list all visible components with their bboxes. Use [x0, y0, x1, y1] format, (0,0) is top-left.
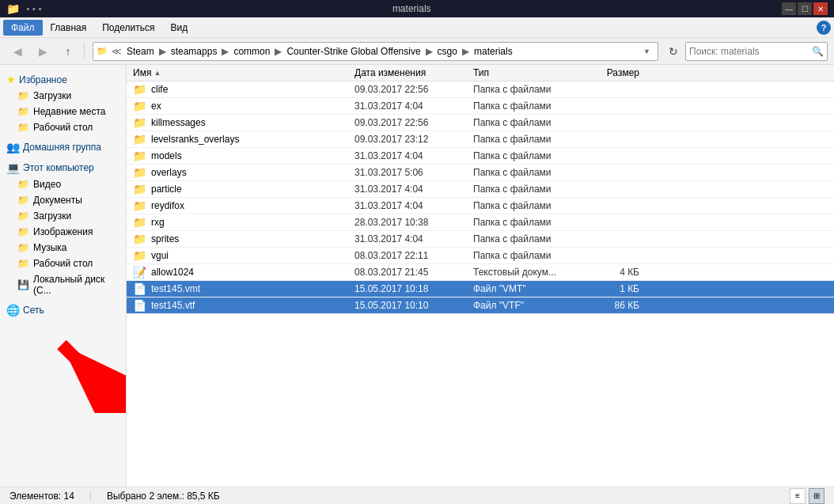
table-row[interactable]: 📁 vgui 08.03.2017 22:11 Папка с файлами [127, 248, 834, 264]
menu-home[interactable]: Главная [43, 20, 95, 36]
column-name-label: Имя [133, 67, 151, 78]
table-row[interactable]: 📁 sprites 31.03.2017 4:04 Папка с файлам… [127, 231, 834, 248]
path-common[interactable]: common [231, 45, 272, 58]
sidebar-item-recent[interactable]: 📁 Недавние места [0, 104, 126, 119]
sidebar-item-localdisk[interactable]: 💾 Локальный диск (С... [0, 271, 126, 298]
file-name-cell: 📁 killmessages [133, 116, 354, 129]
file-name-cell: 📁 clife [133, 83, 354, 96]
file-date: 15.05.2017 10:18 [354, 283, 473, 294]
table-row[interactable]: 📁 levelsranks_overlays 09.03.2017 23:12 … [127, 131, 834, 148]
sidebar-music-label: Музыка [33, 242, 66, 253]
folder-icon-title: 📁 [6, 2, 20, 15]
help-button[interactable]: ? [817, 21, 831, 35]
view-list-button[interactable]: ⊞ [809, 488, 825, 504]
sidebar-item-dl[interactable]: 📁 Загрузки [0, 208, 126, 224]
folder-icon-music: 📁 [17, 242, 29, 253]
table-row[interactable]: 📁 particle 31.03.2017 4:04 Папка с файла… [127, 181, 834, 198]
path-steamapps[interactable]: steamapps [169, 45, 220, 58]
folder-icon: 📁 [133, 150, 146, 162]
table-row[interactable]: 📁 killmessages 09.03.2017 22:56 Папка с … [127, 115, 834, 131]
menu-bar: Файл Главная Поделиться Вид ? [0, 17, 834, 38]
up-button[interactable]: ↑ [57, 40, 79, 63]
sidebar-item-desktop-fav[interactable]: 📁 Рабочий стол [0, 119, 126, 135]
favorites-star-icon: ★ [6, 74, 16, 85]
forward-button[interactable]: ▶ [32, 40, 54, 63]
view-details-button[interactable]: ≡ [790, 488, 806, 504]
path-materials[interactable]: materials [472, 45, 515, 58]
pc-icon: 💻 [6, 161, 20, 174]
search-input[interactable] [689, 46, 812, 57]
menu-file[interactable]: Файл [3, 20, 43, 36]
file-name: rxg [151, 217, 165, 228]
file-type: Папка с файлами [473, 100, 576, 112]
file-name: reydifox [151, 200, 184, 211]
close-button[interactable]: ✕ [813, 2, 828, 15]
minimize-button[interactable]: — [782, 2, 796, 15]
sidebar-video-label: Видео [33, 179, 61, 190]
table-row[interactable]: 📄 test145.vtf 15.05.2017 10:10 Файл "VTF… [127, 297, 834, 314]
sidebar-network-group: 🌐 Сеть [0, 301, 126, 319]
maximize-button[interactable]: ☐ [798, 2, 812, 15]
table-row[interactable]: 📁 rxg 28.03.2017 10:38 Папка с файлами [127, 214, 834, 231]
back-button[interactable]: ◀ [6, 40, 28, 63]
file-rows-container: 📁 clife 09.03.2017 22:56 Папка с файлами… [127, 81, 834, 314]
search-icon[interactable]: 🔍 [812, 46, 824, 57]
file-name-cell: 📄 test145.vtf [133, 299, 354, 312]
folder-icon: 📁 [133, 100, 146, 112]
sidebar-recent-label: Недавние места [33, 106, 105, 117]
status-separator [90, 491, 91, 502]
file-date: 31.03.2017 4:04 [354, 100, 473, 112]
column-type[interactable]: Тип [473, 67, 576, 78]
file-name-cell: 📁 rxg [133, 216, 354, 229]
sidebar-item-video[interactable]: 📁 Видео [0, 176, 126, 192]
file-date: 15.05.2017 10:10 [354, 300, 473, 311]
sidebar-favorites-header[interactable]: ★ Избранное [0, 71, 126, 88]
path-csgo[interactable]: csgo [435, 45, 460, 58]
sidebar-item-images[interactable]: 📁 Изображения [0, 224, 126, 240]
address-dropdown-button[interactable]: ▼ [643, 47, 654, 55]
arrow-area [0, 322, 126, 417]
file-name: overlays [151, 167, 187, 178]
file-size: 4 КБ [576, 267, 639, 278]
file-name-cell: 📁 particle [133, 183, 354, 195]
folder-icon: 📁 [133, 133, 146, 146]
table-row[interactable]: 📁 ex 31.03.2017 4:04 Папка с файлами [127, 98, 834, 115]
path-game[interactable]: Counter-Strike Global Offensive [284, 45, 423, 58]
column-name[interactable]: Имя ▲ [133, 67, 354, 78]
sidebar-pc-header[interactable]: 💻 Этот компьютер [0, 159, 126, 176]
menu-view[interactable]: Вид [162, 20, 195, 36]
folder-icon: 📁 [133, 199, 146, 212]
table-row[interactable]: 📁 clife 09.03.2017 22:56 Папка с файлами [127, 81, 834, 98]
menu-share[interactable]: Поделиться [94, 20, 162, 36]
sidebar-docs-label: Документы [33, 195, 82, 206]
file-icon: 📄 [133, 299, 146, 312]
table-row[interactable]: 📁 models 31.03.2017 4:04 Папка с файлами [127, 148, 834, 165]
refresh-button[interactable]: ↻ [665, 43, 682, 60]
sidebar-pc-label: Этот компьютер [23, 162, 94, 173]
address-bar[interactable]: 📁 ≪ Steam ▶ steamapps ▶ common ▶ Counter… [93, 42, 658, 61]
sidebar-homegroup-header[interactable]: 👥 Домашняя группа [0, 138, 126, 156]
path-steam[interactable]: Steam [124, 45, 157, 58]
sidebar-item-desktop[interactable]: 📁 Рабочий стол [0, 256, 126, 271]
sidebar-item-downloads[interactable]: 📁 Загрузки [0, 88, 126, 104]
folder-icon: 📁 [133, 233, 146, 245]
sidebar-item-music[interactable]: 📁 Музыка [0, 240, 126, 256]
window-controls: — ☐ ✕ [782, 2, 828, 15]
table-row[interactable]: 📄 test145.vmt 15.05.2017 10:18 Файл "VMT… [127, 281, 834, 297]
sort-indicator: ▲ [154, 69, 161, 77]
folder-icon: 📁 [133, 216, 146, 229]
column-size[interactable]: Размер [576, 67, 639, 78]
sidebar-network-header[interactable]: 🌐 Сеть [0, 301, 126, 319]
table-row[interactable]: 📁 overlays 31.03.2017 5:06 Папка с файла… [127, 165, 834, 181]
table-row[interactable]: 📝 allow1024 08.03.2017 21:45 Текстовый д… [127, 264, 834, 281]
sidebar-item-docs[interactable]: 📁 Документы [0, 192, 126, 208]
file-list-header: Имя ▲ Дата изменения Тип Размер [127, 65, 834, 81]
folder-icon-recent: 📁 [17, 106, 29, 117]
table-row[interactable]: 📁 reydifox 31.03.2017 4:04 Папка с файла… [127, 198, 834, 214]
search-bar[interactable]: 🔍 [685, 42, 828, 61]
column-date[interactable]: Дата изменения [354, 67, 473, 78]
sidebar: ★ Избранное 📁 Загрузки 📁 Недавние места … [0, 65, 127, 487]
file-type: Папка с файлами [473, 167, 576, 178]
file-type: Файл "VMT" [473, 283, 576, 294]
file-type: Папка с файлами [473, 217, 576, 228]
